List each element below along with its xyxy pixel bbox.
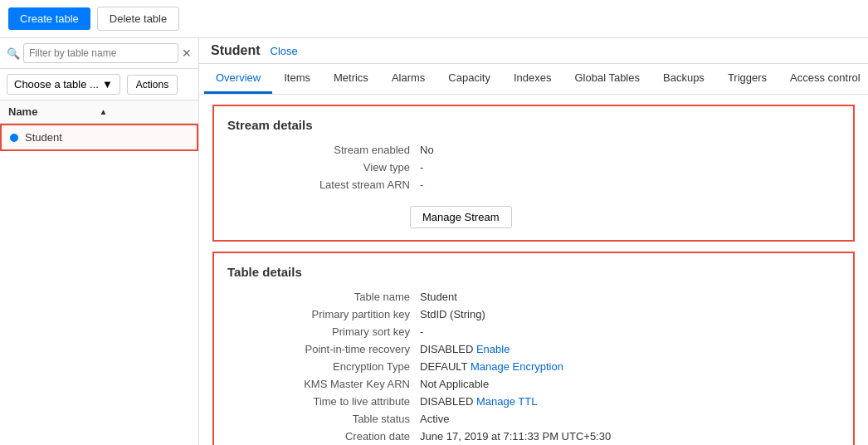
table-field-label: Encryption Type [227, 360, 410, 373]
stream-details-box: Stream details Stream enabledNoView type… [212, 105, 855, 242]
chevron-down-icon: ▼ [102, 78, 113, 90]
stream-field-link[interactable]: - [420, 178, 423, 191]
table-field-value: StdID (String) [420, 308, 840, 320]
stream-field-label: View type [227, 161, 410, 174]
table-field-value: DISABLED Enable [420, 343, 840, 355]
table-field-value: - [420, 325, 840, 338]
table-field-label: Primary partition key [227, 308, 410, 320]
choose-table-label: Choose a table ... [14, 78, 99, 90]
stream-field-label: Stream enabled [227, 144, 410, 156]
table-field-link[interactable]: Manage Encryption [471, 360, 563, 373]
manage-stream-button[interactable]: Manage Stream [410, 206, 512, 228]
table-field-value: DISABLED Manage TTL [420, 395, 840, 408]
table-title-bar: Student Close [199, 38, 868, 64]
sidebar-item-label: Student [25, 131, 62, 144]
tab-triggers[interactable]: Triggers [716, 64, 778, 94]
table-field-value: DEFAULT Manage Encryption [420, 360, 840, 373]
search-input[interactable] [23, 43, 178, 63]
table-field-label: Point-in-time recovery [227, 343, 410, 355]
sidebar-item-student[interactable]: Student [0, 124, 198, 151]
name-column-header: Name [8, 105, 100, 118]
table-details-box: Table details Table nameStudentPrimary p… [212, 252, 855, 445]
table-field-label: Primary sort key [227, 325, 410, 338]
table-field-label: Creation date [227, 430, 410, 443]
tab-indexes[interactable]: Indexes [502, 64, 563, 94]
table-field-link[interactable]: Enable [476, 343, 510, 355]
table-details-section: Table details Table nameStudentPrimary p… [212, 252, 855, 445]
table-field-value: Student [420, 291, 840, 303]
table-field-label: KMS Master Key ARN [227, 378, 410, 390]
table-details-title: Table details [227, 265, 840, 279]
table-title: Student [211, 43, 261, 58]
create-table-button[interactable]: Create table [8, 7, 90, 30]
search-icon: 🔍 [7, 47, 20, 60]
table-field-value: Active [420, 413, 840, 425]
sidebar-actions-bar: Choose a table ... ▼ Actions [0, 69, 198, 100]
stream-field-value: - [420, 161, 840, 174]
sidebar-items-list: Student [0, 124, 198, 445]
table-field-link[interactable]: Manage TTL [476, 395, 537, 408]
tab-backups[interactable]: Backups [651, 64, 716, 94]
sidebar-search-bar: 🔍 ✕ [0, 38, 198, 69]
choose-table-button[interactable]: Choose a table ... ▼ [7, 74, 120, 95]
tab-items[interactable]: Items [272, 64, 322, 94]
stream-details-title: Stream details [227, 118, 840, 132]
close-link[interactable]: Close [271, 45, 298, 57]
delete-table-button[interactable]: Delete table [97, 7, 179, 31]
main-content: Student Close OverviewItemsMetricsAlarms… [199, 38, 868, 445]
stream-field-label: Latest stream ARN [227, 178, 410, 191]
sidebar: 🔍 ✕ Choose a table ... ▼ Actions Name ▲ … [0, 38, 199, 445]
table-field-value: June 17, 2019 at 7:11:33 PM UTC+5:30 [420, 430, 840, 443]
table-field-label: Time to live attribute [227, 395, 410, 408]
clear-search-icon[interactable]: ✕ [182, 46, 192, 60]
table-field-label: Table status [227, 413, 410, 425]
tab-overview[interactable]: Overview [204, 64, 272, 94]
tab-access-control[interactable]: Access control [778, 64, 868, 94]
sidebar-table-header: Name ▲ [0, 100, 198, 124]
stream-field-value: No [420, 144, 840, 156]
table-field-value: Not Applicable [420, 378, 840, 390]
item-dot-icon [10, 134, 18, 142]
content-area: Stream details Stream enabledNoView type… [199, 95, 868, 445]
tab-metrics[interactable]: Metrics [322, 64, 380, 94]
tabs-bar: OverviewItemsMetricsAlarmsCapacityIndexe… [199, 64, 868, 95]
table-field-label: Table name [227, 291, 410, 303]
tab-alarms[interactable]: Alarms [380, 64, 436, 94]
actions-button[interactable]: Actions [127, 75, 178, 95]
tab-global-tables[interactable]: Global Tables [563, 64, 651, 94]
stream-field-value: - [420, 178, 840, 191]
sort-icon: ▲ [100, 107, 191, 116]
tab-capacity[interactable]: Capacity [436, 64, 502, 94]
